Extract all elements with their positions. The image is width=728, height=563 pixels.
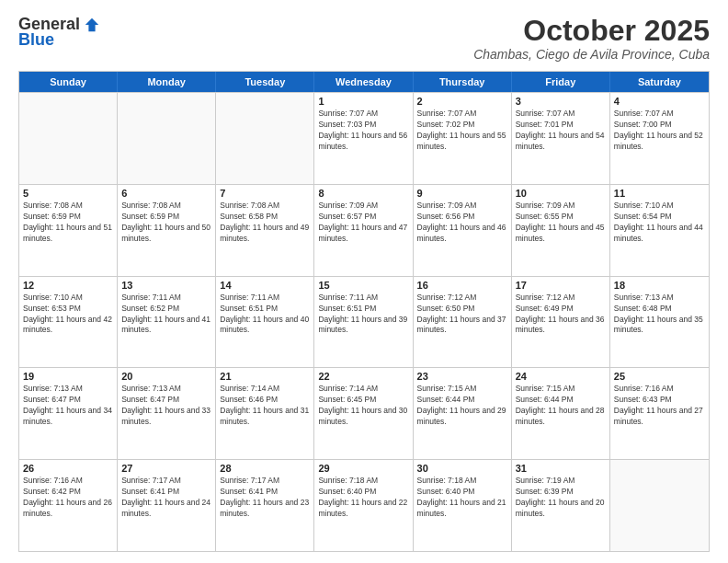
- calendar-day-3: 3Sunrise: 7:07 AM Sunset: 7:01 PM Daylig…: [512, 93, 610, 184]
- day-info: Sunrise: 7:07 AM Sunset: 7:03 PM Dayligh…: [318, 109, 408, 153]
- day-number: 2: [417, 96, 507, 107]
- day-info: Sunrise: 7:13 AM Sunset: 6:47 PM Dayligh…: [121, 384, 211, 428]
- day-number: 5: [23, 188, 113, 199]
- day-info: Sunrise: 7:07 AM Sunset: 7:02 PM Dayligh…: [417, 109, 507, 153]
- day-of-week-monday: Monday: [118, 72, 216, 92]
- day-of-week-saturday: Saturday: [610, 72, 709, 92]
- day-number: 17: [516, 280, 606, 291]
- day-number: 26: [23, 463, 113, 474]
- day-info: Sunrise: 7:09 AM Sunset: 6:56 PM Dayligh…: [417, 201, 507, 245]
- day-info: Sunrise: 7:15 AM Sunset: 6:44 PM Dayligh…: [516, 384, 606, 428]
- day-number: 6: [121, 188, 211, 199]
- day-number: 20: [121, 371, 211, 382]
- calendar-day-empty: [118, 93, 216, 184]
- calendar-day-10: 10Sunrise: 7:09 AM Sunset: 6:55 PM Dayli…: [512, 185, 610, 276]
- day-info: Sunrise: 7:10 AM Sunset: 6:54 PM Dayligh…: [614, 201, 705, 245]
- day-info: Sunrise: 7:16 AM Sunset: 6:43 PM Dayligh…: [614, 384, 705, 428]
- calendar-week-3: 12Sunrise: 7:10 AM Sunset: 6:53 PM Dayli…: [19, 276, 709, 368]
- day-info: Sunrise: 7:11 AM Sunset: 6:51 PM Dayligh…: [318, 293, 408, 337]
- calendar-day-empty: [216, 93, 314, 184]
- calendar-day-9: 9Sunrise: 7:09 AM Sunset: 6:56 PM Daylig…: [414, 185, 512, 276]
- day-info: Sunrise: 7:09 AM Sunset: 6:55 PM Dayligh…: [516, 201, 606, 245]
- day-number: 27: [121, 463, 211, 474]
- day-info: Sunrise: 7:11 AM Sunset: 6:52 PM Dayligh…: [121, 293, 211, 337]
- day-number: 4: [614, 96, 705, 107]
- day-info: Sunrise: 7:12 AM Sunset: 6:50 PM Dayligh…: [417, 293, 507, 337]
- calendar-day-empty: [19, 93, 118, 184]
- day-number: 21: [220, 371, 310, 382]
- calendar-day-30: 30Sunrise: 7:18 AM Sunset: 6:40 PM Dayli…: [414, 460, 512, 551]
- calendar-day-empty: [610, 460, 709, 551]
- calendar-week-1: 1Sunrise: 7:07 AM Sunset: 7:03 PM Daylig…: [19, 92, 709, 184]
- day-of-week-friday: Friday: [512, 72, 610, 92]
- calendar-day-6: 6Sunrise: 7:08 AM Sunset: 6:59 PM Daylig…: [118, 185, 216, 276]
- logo-blue: Blue: [18, 30, 54, 50]
- day-info: Sunrise: 7:18 AM Sunset: 6:40 PM Dayligh…: [417, 476, 507, 520]
- day-info: Sunrise: 7:14 AM Sunset: 6:45 PM Dayligh…: [318, 384, 408, 428]
- calendar-day-16: 16Sunrise: 7:12 AM Sunset: 6:50 PM Dayli…: [414, 277, 512, 368]
- day-info: Sunrise: 7:13 AM Sunset: 6:47 PM Dayligh…: [23, 384, 113, 428]
- day-number: 23: [417, 371, 507, 382]
- day-number: 29: [318, 463, 408, 474]
- calendar-day-5: 5Sunrise: 7:08 AM Sunset: 6:59 PM Daylig…: [19, 185, 118, 276]
- day-number: 13: [121, 280, 211, 291]
- day-number: 7: [220, 188, 310, 199]
- day-number: 10: [516, 188, 606, 199]
- day-number: 30: [417, 463, 507, 474]
- day-number: 14: [220, 280, 310, 291]
- day-info: Sunrise: 7:12 AM Sunset: 6:49 PM Dayligh…: [516, 293, 606, 337]
- day-number: 1: [318, 96, 408, 107]
- calendar-body: 1Sunrise: 7:07 AM Sunset: 7:03 PM Daylig…: [19, 92, 709, 551]
- calendar-day-13: 13Sunrise: 7:11 AM Sunset: 6:52 PM Dayli…: [118, 277, 216, 368]
- calendar-day-12: 12Sunrise: 7:10 AM Sunset: 6:53 PM Dayli…: [19, 277, 118, 368]
- calendar: SundayMondayTuesdayWednesdayThursdayFrid…: [18, 71, 710, 552]
- logo: General Blue: [18, 15, 100, 50]
- day-info: Sunrise: 7:15 AM Sunset: 6:44 PM Dayligh…: [417, 384, 507, 428]
- day-info: Sunrise: 7:18 AM Sunset: 6:40 PM Dayligh…: [318, 476, 408, 520]
- day-number: 31: [516, 463, 606, 474]
- calendar-day-28: 28Sunrise: 7:17 AM Sunset: 6:41 PM Dayli…: [216, 460, 314, 551]
- day-info: Sunrise: 7:07 AM Sunset: 7:00 PM Dayligh…: [614, 109, 705, 153]
- calendar-day-20: 20Sunrise: 7:13 AM Sunset: 6:47 PM Dayli…: [118, 368, 216, 459]
- calendar-day-15: 15Sunrise: 7:11 AM Sunset: 6:51 PM Dayli…: [314, 277, 413, 368]
- day-info: Sunrise: 7:13 AM Sunset: 6:48 PM Dayligh…: [614, 293, 705, 337]
- calendar-day-7: 7Sunrise: 7:08 AM Sunset: 6:58 PM Daylig…: [216, 185, 314, 276]
- day-number: 12: [23, 280, 113, 291]
- day-of-week-thursday: Thursday: [414, 72, 512, 92]
- day-info: Sunrise: 7:08 AM Sunset: 6:58 PM Dayligh…: [220, 201, 310, 245]
- day-number: 3: [516, 96, 606, 107]
- location-title: Chambas, Ciego de Avila Province, Cuba: [473, 47, 710, 62]
- calendar-day-24: 24Sunrise: 7:15 AM Sunset: 6:44 PM Dayli…: [512, 368, 610, 459]
- calendar-day-8: 8Sunrise: 7:09 AM Sunset: 6:57 PM Daylig…: [314, 185, 413, 276]
- calendar-day-17: 17Sunrise: 7:12 AM Sunset: 6:49 PM Dayli…: [512, 277, 610, 368]
- header-right: October 2025 Chambas, Ciego de Avila Pro…: [473, 15, 710, 62]
- day-number: 24: [516, 371, 606, 382]
- day-number: 19: [23, 371, 113, 382]
- month-title: October 2025: [473, 15, 710, 47]
- day-info: Sunrise: 7:17 AM Sunset: 6:41 PM Dayligh…: [121, 476, 211, 520]
- day-info: Sunrise: 7:10 AM Sunset: 6:53 PM Dayligh…: [23, 293, 113, 337]
- day-of-week-tuesday: Tuesday: [216, 72, 314, 92]
- calendar-day-23: 23Sunrise: 7:15 AM Sunset: 6:44 PM Dayli…: [414, 368, 512, 459]
- day-info: Sunrise: 7:09 AM Sunset: 6:57 PM Dayligh…: [318, 201, 408, 245]
- calendar-day-25: 25Sunrise: 7:16 AM Sunset: 6:43 PM Dayli…: [610, 368, 709, 459]
- day-number: 25: [614, 371, 705, 382]
- calendar-day-19: 19Sunrise: 7:13 AM Sunset: 6:47 PM Dayli…: [19, 368, 118, 459]
- day-number: 15: [318, 280, 408, 291]
- day-number: 9: [417, 188, 507, 199]
- calendar-day-4: 4Sunrise: 7:07 AM Sunset: 7:00 PM Daylig…: [610, 93, 709, 184]
- day-info: Sunrise: 7:08 AM Sunset: 6:59 PM Dayligh…: [121, 201, 211, 245]
- calendar-day-29: 29Sunrise: 7:18 AM Sunset: 6:40 PM Dayli…: [314, 460, 413, 551]
- day-number: 11: [614, 188, 705, 199]
- calendar-day-1: 1Sunrise: 7:07 AM Sunset: 7:03 PM Daylig…: [314, 93, 413, 184]
- calendar-week-2: 5Sunrise: 7:08 AM Sunset: 6:59 PM Daylig…: [19, 184, 709, 276]
- calendar-day-22: 22Sunrise: 7:14 AM Sunset: 6:45 PM Dayli…: [314, 368, 413, 459]
- day-info: Sunrise: 7:08 AM Sunset: 6:59 PM Dayligh…: [23, 201, 113, 245]
- svg-marker-0: [85, 17, 98, 30]
- day-number: 8: [318, 188, 408, 199]
- calendar-day-14: 14Sunrise: 7:11 AM Sunset: 6:51 PM Dayli…: [216, 277, 314, 368]
- day-of-week-wednesday: Wednesday: [314, 72, 413, 92]
- day-of-week-sunday: Sunday: [19, 72, 118, 92]
- day-number: 22: [318, 371, 408, 382]
- day-info: Sunrise: 7:07 AM Sunset: 7:01 PM Dayligh…: [516, 109, 606, 153]
